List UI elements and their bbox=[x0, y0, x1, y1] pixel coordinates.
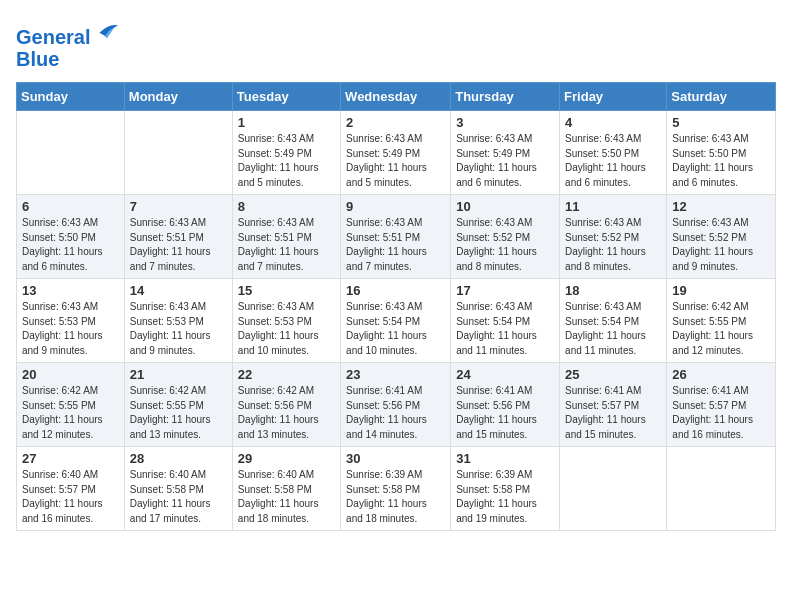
day-info: Sunrise: 6:42 AM Sunset: 5:55 PM Dayligh… bbox=[22, 384, 119, 442]
calendar-cell: 13Sunrise: 6:43 AM Sunset: 5:53 PM Dayli… bbox=[17, 279, 125, 363]
calendar-header-row: SundayMondayTuesdayWednesdayThursdayFrid… bbox=[17, 83, 776, 111]
calendar-cell: 30Sunrise: 6:39 AM Sunset: 5:58 PM Dayli… bbox=[341, 447, 451, 531]
col-header-thursday: Thursday bbox=[451, 83, 560, 111]
calendar-cell: 26Sunrise: 6:41 AM Sunset: 5:57 PM Dayli… bbox=[667, 363, 776, 447]
day-info: Sunrise: 6:43 AM Sunset: 5:54 PM Dayligh… bbox=[346, 300, 445, 358]
day-number: 15 bbox=[238, 283, 335, 298]
calendar-cell: 14Sunrise: 6:43 AM Sunset: 5:53 PM Dayli… bbox=[124, 279, 232, 363]
calendar-cell: 29Sunrise: 6:40 AM Sunset: 5:58 PM Dayli… bbox=[232, 447, 340, 531]
day-info: Sunrise: 6:42 AM Sunset: 5:56 PM Dayligh… bbox=[238, 384, 335, 442]
col-header-friday: Friday bbox=[560, 83, 667, 111]
day-number: 23 bbox=[346, 367, 445, 382]
day-info: Sunrise: 6:43 AM Sunset: 5:52 PM Dayligh… bbox=[456, 216, 554, 274]
calendar-week-row: 20Sunrise: 6:42 AM Sunset: 5:55 PM Dayli… bbox=[17, 363, 776, 447]
day-number: 19 bbox=[672, 283, 770, 298]
calendar-cell: 16Sunrise: 6:43 AM Sunset: 5:54 PM Dayli… bbox=[341, 279, 451, 363]
day-info: Sunrise: 6:43 AM Sunset: 5:49 PM Dayligh… bbox=[238, 132, 335, 190]
day-number: 20 bbox=[22, 367, 119, 382]
day-number: 26 bbox=[672, 367, 770, 382]
day-info: Sunrise: 6:43 AM Sunset: 5:53 PM Dayligh… bbox=[130, 300, 227, 358]
day-info: Sunrise: 6:43 AM Sunset: 5:53 PM Dayligh… bbox=[238, 300, 335, 358]
col-header-sunday: Sunday bbox=[17, 83, 125, 111]
calendar-cell: 3Sunrise: 6:43 AM Sunset: 5:49 PM Daylig… bbox=[451, 111, 560, 195]
col-header-saturday: Saturday bbox=[667, 83, 776, 111]
day-info: Sunrise: 6:43 AM Sunset: 5:54 PM Dayligh… bbox=[456, 300, 554, 358]
calendar-week-row: 27Sunrise: 6:40 AM Sunset: 5:57 PM Dayli… bbox=[17, 447, 776, 531]
day-number: 12 bbox=[672, 199, 770, 214]
calendar-cell: 15Sunrise: 6:43 AM Sunset: 5:53 PM Dayli… bbox=[232, 279, 340, 363]
col-header-wednesday: Wednesday bbox=[341, 83, 451, 111]
calendar-cell: 11Sunrise: 6:43 AM Sunset: 5:52 PM Dayli… bbox=[560, 195, 667, 279]
calendar-cell bbox=[124, 111, 232, 195]
calendar-week-row: 1Sunrise: 6:43 AM Sunset: 5:49 PM Daylig… bbox=[17, 111, 776, 195]
day-info: Sunrise: 6:43 AM Sunset: 5:52 PM Dayligh… bbox=[672, 216, 770, 274]
day-number: 29 bbox=[238, 451, 335, 466]
day-number: 5 bbox=[672, 115, 770, 130]
day-info: Sunrise: 6:39 AM Sunset: 5:58 PM Dayligh… bbox=[346, 468, 445, 526]
calendar-table: SundayMondayTuesdayWednesdayThursdayFrid… bbox=[16, 82, 776, 531]
day-number: 25 bbox=[565, 367, 661, 382]
day-number: 14 bbox=[130, 283, 227, 298]
day-info: Sunrise: 6:41 AM Sunset: 5:56 PM Dayligh… bbox=[346, 384, 445, 442]
day-number: 28 bbox=[130, 451, 227, 466]
day-number: 22 bbox=[238, 367, 335, 382]
day-info: Sunrise: 6:43 AM Sunset: 5:51 PM Dayligh… bbox=[346, 216, 445, 274]
calendar-cell: 22Sunrise: 6:42 AM Sunset: 5:56 PM Dayli… bbox=[232, 363, 340, 447]
calendar-cell bbox=[17, 111, 125, 195]
calendar-cell: 5Sunrise: 6:43 AM Sunset: 5:50 PM Daylig… bbox=[667, 111, 776, 195]
logo-bird-icon bbox=[92, 16, 120, 44]
calendar-week-row: 6Sunrise: 6:43 AM Sunset: 5:50 PM Daylig… bbox=[17, 195, 776, 279]
calendar-cell: 23Sunrise: 6:41 AM Sunset: 5:56 PM Dayli… bbox=[341, 363, 451, 447]
logo: General Blue bbox=[16, 16, 120, 70]
day-info: Sunrise: 6:40 AM Sunset: 5:57 PM Dayligh… bbox=[22, 468, 119, 526]
day-number: 4 bbox=[565, 115, 661, 130]
calendar-cell: 21Sunrise: 6:42 AM Sunset: 5:55 PM Dayli… bbox=[124, 363, 232, 447]
calendar-cell: 20Sunrise: 6:42 AM Sunset: 5:55 PM Dayli… bbox=[17, 363, 125, 447]
day-number: 6 bbox=[22, 199, 119, 214]
calendar-cell: 2Sunrise: 6:43 AM Sunset: 5:49 PM Daylig… bbox=[341, 111, 451, 195]
day-number: 31 bbox=[456, 451, 554, 466]
day-info: Sunrise: 6:43 AM Sunset: 5:49 PM Dayligh… bbox=[346, 132, 445, 190]
day-number: 10 bbox=[456, 199, 554, 214]
calendar-cell: 17Sunrise: 6:43 AM Sunset: 5:54 PM Dayli… bbox=[451, 279, 560, 363]
day-info: Sunrise: 6:41 AM Sunset: 5:57 PM Dayligh… bbox=[565, 384, 661, 442]
day-number: 1 bbox=[238, 115, 335, 130]
day-info: Sunrise: 6:43 AM Sunset: 5:50 PM Dayligh… bbox=[565, 132, 661, 190]
day-info: Sunrise: 6:42 AM Sunset: 5:55 PM Dayligh… bbox=[672, 300, 770, 358]
day-number: 17 bbox=[456, 283, 554, 298]
day-number: 13 bbox=[22, 283, 119, 298]
calendar-cell: 7Sunrise: 6:43 AM Sunset: 5:51 PM Daylig… bbox=[124, 195, 232, 279]
col-header-tuesday: Tuesday bbox=[232, 83, 340, 111]
day-number: 7 bbox=[130, 199, 227, 214]
day-info: Sunrise: 6:43 AM Sunset: 5:50 PM Dayligh… bbox=[22, 216, 119, 274]
calendar-cell: 9Sunrise: 6:43 AM Sunset: 5:51 PM Daylig… bbox=[341, 195, 451, 279]
calendar-cell: 8Sunrise: 6:43 AM Sunset: 5:51 PM Daylig… bbox=[232, 195, 340, 279]
calendar-cell: 4Sunrise: 6:43 AM Sunset: 5:50 PM Daylig… bbox=[560, 111, 667, 195]
day-number: 27 bbox=[22, 451, 119, 466]
day-info: Sunrise: 6:39 AM Sunset: 5:58 PM Dayligh… bbox=[456, 468, 554, 526]
day-info: Sunrise: 6:43 AM Sunset: 5:49 PM Dayligh… bbox=[456, 132, 554, 190]
day-number: 11 bbox=[565, 199, 661, 214]
calendar-cell bbox=[667, 447, 776, 531]
calendar-cell: 18Sunrise: 6:43 AM Sunset: 5:54 PM Dayli… bbox=[560, 279, 667, 363]
calendar-cell: 24Sunrise: 6:41 AM Sunset: 5:56 PM Dayli… bbox=[451, 363, 560, 447]
day-info: Sunrise: 6:43 AM Sunset: 5:54 PM Dayligh… bbox=[565, 300, 661, 358]
day-info: Sunrise: 6:43 AM Sunset: 5:52 PM Dayligh… bbox=[565, 216, 661, 274]
day-info: Sunrise: 6:42 AM Sunset: 5:55 PM Dayligh… bbox=[130, 384, 227, 442]
day-number: 3 bbox=[456, 115, 554, 130]
day-number: 9 bbox=[346, 199, 445, 214]
day-info: Sunrise: 6:40 AM Sunset: 5:58 PM Dayligh… bbox=[130, 468, 227, 526]
calendar-cell: 6Sunrise: 6:43 AM Sunset: 5:50 PM Daylig… bbox=[17, 195, 125, 279]
day-info: Sunrise: 6:41 AM Sunset: 5:57 PM Dayligh… bbox=[672, 384, 770, 442]
col-header-monday: Monday bbox=[124, 83, 232, 111]
day-number: 8 bbox=[238, 199, 335, 214]
day-info: Sunrise: 6:43 AM Sunset: 5:53 PM Dayligh… bbox=[22, 300, 119, 358]
day-info: Sunrise: 6:43 AM Sunset: 5:50 PM Dayligh… bbox=[672, 132, 770, 190]
calendar-week-row: 13Sunrise: 6:43 AM Sunset: 5:53 PM Dayli… bbox=[17, 279, 776, 363]
day-number: 2 bbox=[346, 115, 445, 130]
calendar-cell: 28Sunrise: 6:40 AM Sunset: 5:58 PM Dayli… bbox=[124, 447, 232, 531]
calendar-cell: 10Sunrise: 6:43 AM Sunset: 5:52 PM Dayli… bbox=[451, 195, 560, 279]
day-info: Sunrise: 6:40 AM Sunset: 5:58 PM Dayligh… bbox=[238, 468, 335, 526]
day-number: 21 bbox=[130, 367, 227, 382]
calendar-cell: 27Sunrise: 6:40 AM Sunset: 5:57 PM Dayli… bbox=[17, 447, 125, 531]
